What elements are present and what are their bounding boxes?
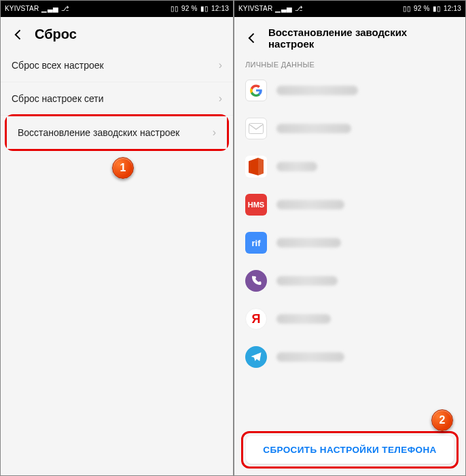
status-bar: KYIVSTAR ▁▃▅ ⎇ ▯▯ 92 % ▮▯ 12:13	[234, 1, 465, 17]
header: Сброс	[1, 17, 233, 49]
signal-icon: ▁▃▅	[41, 5, 58, 12]
phone-left: KYIVSTAR ▁▃▅ ⎇ ▯▯ 92 % ▮▯ 12:13 Сброс Сб…	[1, 1, 233, 475]
dual-phone-container: KYIVSTAR ▁▃▅ ⎇ ▯▯ 92 % ▮▯ 12:13 Сброс Сб…	[0, 0, 466, 476]
clock: 12:13	[444, 5, 461, 12]
status-bar: KYIVSTAR ▁▃▅ ⎇ ▯▯ 92 % ▮▯ 12:13	[1, 1, 233, 17]
wifi-icon: ⎇	[295, 5, 303, 12]
battery-percent: 92 %	[414, 5, 430, 12]
page-title: Восстановление заводских настроек	[268, 27, 454, 50]
reset-list: Сброс всех настроек › Сброс настроек сет…	[1, 49, 233, 151]
account-label-blurred	[276, 200, 344, 209]
row-label: Сброс настроек сети	[12, 93, 219, 104]
chevron-right-icon: ›	[219, 59, 222, 71]
clock: 12:13	[211, 5, 229, 12]
svg-rect-0	[249, 124, 264, 134]
account-row[interactable]	[234, 71, 465, 109]
account-label-blurred	[276, 238, 341, 248]
carrier-label: KYIVSTAR	[238, 5, 272, 12]
account-row[interactable]	[234, 338, 465, 376]
account-label-blurred	[276, 276, 338, 286]
google-icon	[245, 80, 267, 101]
mail-icon	[245, 118, 267, 139]
vibrate-icon: ▯▯	[171, 5, 179, 12]
carrier-label: KYIVSTAR	[5, 5, 39, 12]
row-label: Сброс всех настроек	[12, 60, 219, 71]
yandex-icon: Я	[245, 308, 267, 330]
screen-reset-menu: Сброс Сброс всех настроек › Сброс настро…	[1, 17, 233, 475]
account-row[interactable]	[234, 262, 465, 300]
chevron-right-icon: ›	[219, 92, 222, 105]
account-row[interactable]: HMS	[234, 186, 465, 224]
phone-right: KYIVSTAR ▁▃▅ ⎇ ▯▯ 92 % ▮▯ 12:13 Восстано…	[233, 1, 465, 475]
row-reset-network[interactable]: Сброс настроек сети ›	[1, 82, 233, 116]
viber-icon	[245, 270, 267, 292]
rif-icon: rif	[245, 232, 267, 254]
step-badge-1: 1	[112, 157, 134, 179]
step-badge-2: 2	[431, 409, 453, 431]
account-label-blurred	[276, 162, 317, 171]
battery-percent: 92 %	[181, 5, 198, 12]
reset-phone-button[interactable]: СБРОСИТЬ НАСТРОЙКИ ТЕЛЕФОНА	[246, 436, 454, 464]
account-label-blurred	[276, 352, 344, 362]
battery-icon: ▮▯	[433, 5, 441, 12]
highlight-reset-button: СБРОСИТЬ НАСТРОЙКИ ТЕЛЕФОНА	[241, 431, 459, 469]
account-row[interactable]: Я	[234, 300, 465, 338]
highlight-factory-reset: Восстановление заводских настроек ›	[5, 114, 229, 151]
back-icon[interactable]	[12, 28, 25, 41]
signal-icon: ▁▃▅	[275, 5, 292, 12]
row-label: Восстановление заводских настроек	[18, 127, 213, 138]
office-icon	[245, 156, 267, 177]
wifi-icon: ⎇	[61, 5, 69, 12]
account-list[interactable]: HMSrifЯ	[234, 71, 465, 426]
vibrate-icon: ▯▯	[403, 5, 411, 12]
chevron-right-icon: ›	[213, 126, 216, 139]
header: Восстановление заводских настроек	[234, 17, 465, 56]
account-row[interactable]	[234, 148, 465, 186]
account-row[interactable]: rif	[234, 224, 465, 262]
back-icon[interactable]	[245, 31, 259, 45]
screen-factory-reset: Восстановление заводских настроек ЛИЧНЫЕ…	[234, 17, 465, 475]
battery-icon: ▮▯	[200, 5, 209, 12]
hms-icon: HMS	[245, 194, 267, 216]
row-factory-reset[interactable]: Восстановление заводских настроек ›	[7, 116, 227, 149]
account-label-blurred	[276, 86, 358, 95]
account-label-blurred	[276, 124, 351, 133]
section-personal-data: ЛИЧНЫЕ ДАННЫЕ	[234, 56, 465, 71]
account-label-blurred	[276, 314, 331, 324]
account-row[interactable]	[234, 109, 465, 148]
page-title: Сброс	[35, 27, 77, 42]
row-reset-all[interactable]: Сброс всех настроек ›	[1, 49, 233, 82]
telegram-icon	[245, 346, 267, 368]
bottom-button-area: СБРОСИТЬ НАСТРОЙКИ ТЕЛЕФОНА 2	[234, 426, 465, 475]
